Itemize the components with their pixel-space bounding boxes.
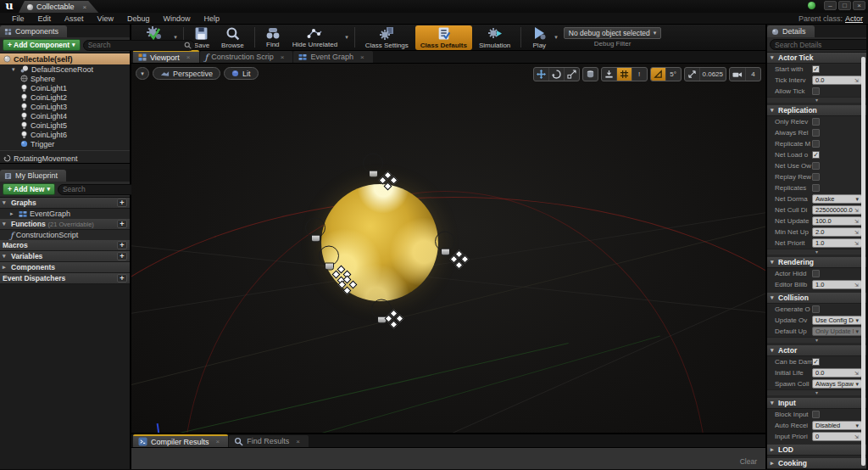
expand-arrow-icon[interactable]: ▾ [3,221,8,227]
debug-object-dropdown[interactable]: No debug object selected▾ [564,27,661,39]
tab-event-graph[interactable]: Event Graph× [293,51,372,63]
property-field[interactable]: 1.0⇲ [812,238,862,248]
property-checkbox[interactable] [812,184,820,192]
menu-window[interactable]: Window [156,14,197,23]
add-variables-button[interactable]: + [117,252,127,260]
expand-arrow-icon[interactable]: ▸ [771,446,776,453]
section-expander[interactable]: ▾ [767,337,866,343]
scale-snap-button[interactable] [685,68,700,81]
tree-item-rotatingmovement[interactable]: RotatingMovement [0,154,130,163]
property-dropdown[interactable]: Awake [812,194,862,204]
tab-close-icon[interactable]: × [83,3,87,11]
add-new-button[interactable]: + Add New▾ [3,183,55,195]
tab-close-icon[interactable]: × [296,438,300,445]
tab-find-results[interactable]: Find Results× [229,435,309,447]
property-checkbox[interactable] [812,411,820,418]
bp-item-constructionscript[interactable]: ƒConstructionScript [0,230,130,240]
play-button[interactable]: Play [526,25,552,50]
maximize-button[interactable]: □ [838,1,851,10]
snap-value-button[interactable]: 0.0625 [700,68,726,81]
tab-close-icon[interactable]: × [216,438,220,445]
perspective-button[interactable]: Perspective [153,67,220,80]
property-checkbox[interactable] [812,305,820,313]
expand-arrow-icon[interactable]: ▸ [3,264,8,271]
property-checkbox[interactable] [812,87,820,95]
bp-section-functions[interactable]: ▾Functions(21 Overridable)+ [0,219,130,230]
tab-my-blueprint[interactable]: My Blueprint [0,170,66,182]
reset-arrows-icon[interactable]: ⇲ [854,207,859,213]
add-macros-button[interactable]: + [117,241,127,249]
minimize-button[interactable]: – [824,1,837,10]
expand-arrow-icon[interactable]: ▾ [3,253,8,260]
asset-tab-collectable[interactable]: Collectable × [19,1,98,13]
position-exclaim-button[interactable]: ! [632,68,647,81]
expand-arrow-icon[interactable]: ▾ [3,199,8,206]
property-field[interactable]: 2.0⇲ [812,227,862,237]
simulation-button[interactable]: Simulation [474,25,515,50]
class-settings-button[interactable]: Class Settings [360,25,414,50]
parent-class-link[interactable]: Actor [845,14,863,23]
menu-debug[interactable]: Debug [120,14,157,23]
hide-unrelated-button[interactable]: Hide Unrelated [287,25,342,50]
tree-item-coinlight1[interactable]: CoinLight1 [0,83,130,92]
menu-view[interactable]: View [91,14,120,23]
expand-arrow-icon[interactable]: ▾ [12,66,18,73]
details-header-replication[interactable]: ▾Replication [767,105,866,116]
reset-arrows-icon[interactable]: ⇲ [854,229,859,235]
expand-arrow-icon[interactable]: ▾ [771,259,776,266]
browse-button[interactable]: Browse [216,25,249,50]
expand-arrow-icon[interactable]: ▾ [771,107,776,114]
bp-section-graphs[interactable]: ▾Graphs+ [0,198,130,209]
expand-arrow-icon[interactable]: ▾ [771,54,776,61]
details-header-collision[interactable]: ▾Collision [767,293,866,304]
close-button[interactable]: × [853,1,865,10]
add-component-button[interactable]: + Add Component▾ [3,39,81,51]
tree-item-trigger[interactable]: Trigger [0,139,130,148]
property-dropdown[interactable]: Always Spawn, I [812,379,862,389]
bp-section-variables[interactable]: ▾Variables+ [0,251,130,262]
tab-close-icon[interactable]: × [186,53,191,61]
move-gizmo-icon[interactable] [339,277,356,294]
reset-arrows-icon[interactable]: ⇲ [854,282,859,288]
property-field[interactable]: 0⇲ [812,432,862,441]
tree-item-coinlight5[interactable]: CoinLight5 [0,120,130,130]
property-checkbox[interactable] [812,118,820,126]
property-dropdown[interactable]: Use Config Defa [812,316,862,325]
rotate-tool-button[interactable] [549,68,565,81]
expand-arrow-icon[interactable]: ▸ [10,210,16,217]
reset-arrows-icon[interactable]: ⇲ [854,434,859,439]
class-defaults-button[interactable]: Class Defaults [415,25,472,50]
section-expander[interactable]: ▾ [767,389,866,395]
expand-arrow-icon[interactable]: ▾ [771,400,776,406]
tab-compiler-results[interactable]: Compiler Results× [133,434,228,447]
property-field[interactable]: 0.0⇲ [812,76,862,85]
tree-item-coinlight3[interactable]: CoinLight3 [0,102,130,111]
rotation-snap-button[interactable] [651,68,666,81]
reset-arrows-icon[interactable]: ⇲ [854,77,859,83]
tab-details[interactable]: Details [767,25,815,37]
property-field[interactable]: 225000000.0⇲ [812,205,862,215]
lit-mode-button[interactable]: Lit [224,67,259,80]
details-header-lod[interactable]: ▸LOD [767,445,866,456]
move-gizmo-icon[interactable] [386,311,403,327]
expand-arrow-icon[interactable]: ▾ [771,294,776,301]
scale-tool-button[interactable] [565,68,579,81]
camera-speed-button[interactable] [730,68,746,81]
details-header-input[interactable]: ▾Input [767,398,866,409]
add-functions-button[interactable]: + [117,220,127,228]
menu-asset[interactable]: Asset [58,14,91,23]
expand-arrow-icon[interactable]: ▾ [771,347,776,354]
property-checkbox[interactable] [812,173,820,181]
details-header-cooking[interactable]: ▸Cooking [767,458,866,469]
reset-arrows-icon[interactable]: ⇲ [854,218,859,224]
property-checkbox[interactable] [812,129,820,137]
tree-item-collectable-self[interactable]: Collectable(self) [0,53,130,64]
menu-file[interactable]: File [5,14,31,23]
property-checkbox[interactable]: ✓ [812,65,820,73]
section-expander[interactable]: ▾ [767,249,866,255]
property-dropdown[interactable]: Disabled [812,421,862,430]
expand-arrow-icon[interactable]: ▸ [771,460,776,467]
components-search-input[interactable] [83,40,195,51]
details-scrollbar[interactable] [861,57,865,466]
add-graphs-button[interactable]: + [117,199,127,207]
